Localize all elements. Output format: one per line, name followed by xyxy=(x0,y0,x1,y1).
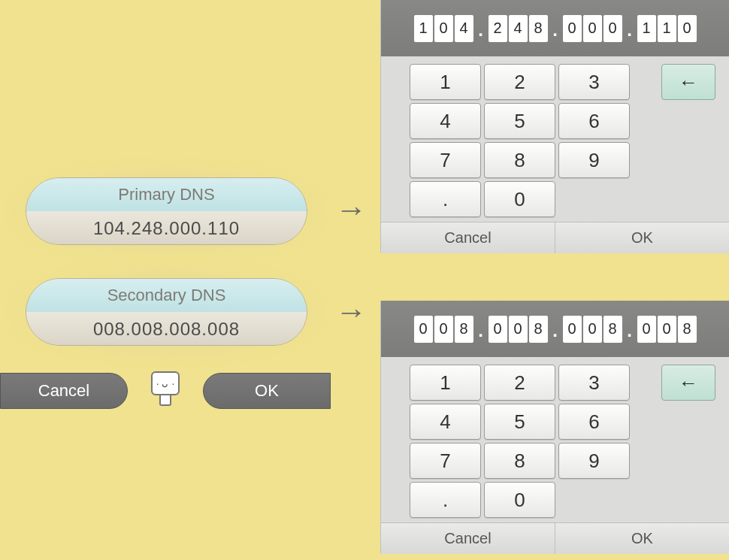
ip-digit: 8 xyxy=(529,15,548,42)
primary-dns-label: Primary DNS xyxy=(26,178,307,211)
ip-digit: 0 xyxy=(563,15,582,42)
keypad-key-1[interactable]: 1 xyxy=(410,64,481,100)
backspace-arrow-icon: ← xyxy=(679,71,698,94)
keypad-screen-primary: 1 0 4 . 2 4 8 . 0 0 0 . 1 1 0 1 2 3 4 5 … xyxy=(380,0,729,253)
keypad-key-dot[interactable]: . xyxy=(410,181,481,217)
primary-dns-value: 104.248.000.110 xyxy=(26,211,307,245)
keypad-key-7[interactable]: 7 xyxy=(410,142,481,178)
keypad-body: 1 2 3 4 5 6 7 8 9 . 0 ← xyxy=(381,56,729,222)
ip-digit: 0 xyxy=(637,316,656,343)
arrow-right-icon: → xyxy=(340,301,362,323)
ip-digit: 0 xyxy=(434,316,453,343)
keypad-key-3[interactable]: 3 xyxy=(558,365,630,401)
ip-digit: 0 xyxy=(603,15,622,42)
ok-button[interactable]: OK xyxy=(203,373,331,409)
ip-digit: 2 xyxy=(489,15,507,42)
ip-dot: . xyxy=(475,316,487,343)
primary-dns-field[interactable]: Primary DNS 104.248.000.110 xyxy=(26,177,307,245)
cancel-button[interactable]: Cancel xyxy=(0,373,128,409)
secondary-dns-value: 008.008.008.008 xyxy=(26,312,307,346)
keypad-key-9[interactable]: 9 xyxy=(558,142,630,178)
keypad-grid: 1 2 3 4 5 6 7 8 9 . 0 xyxy=(410,64,630,217)
ip-dot: . xyxy=(624,15,636,42)
keypad-key-4[interactable]: 4 xyxy=(410,404,481,440)
keypad-key-2[interactable]: 2 xyxy=(484,64,555,100)
keypad-cancel-button[interactable]: Cancel xyxy=(381,222,555,253)
keypad-key-7[interactable]: 7 xyxy=(410,443,481,479)
ip-digit: 0 xyxy=(434,15,453,42)
avatar-body xyxy=(159,395,171,406)
backspace-button[interactable]: ← xyxy=(661,64,715,100)
ip-digit: 1 xyxy=(637,15,656,42)
ip-digit: 0 xyxy=(678,15,697,42)
ip-display: 0 0 8 . 0 0 8 . 0 0 8 . 0 0 8 xyxy=(381,301,729,357)
left-bottom-bar: Cancel · ᴗ · OK xyxy=(0,373,331,413)
keypad-key-1[interactable]: 1 xyxy=(410,365,481,401)
secondary-dns-pill: Secondary DNS 008.008.008.008 xyxy=(26,278,307,346)
ip-digit: 1 xyxy=(414,15,433,42)
keypad-key-6[interactable]: 6 xyxy=(558,404,630,440)
ip-digit: 8 xyxy=(455,316,473,343)
ip-digit: 0 xyxy=(583,15,602,42)
secondary-dns-label: Secondary DNS xyxy=(26,279,307,312)
arrow-right-icon: → xyxy=(340,198,362,221)
keypad-key-0[interactable]: 0 xyxy=(484,482,555,518)
system-avatar-icon: · ᴗ · xyxy=(149,371,182,413)
keypad-key-8[interactable]: 8 xyxy=(484,142,555,178)
ip-digit: 0 xyxy=(509,316,528,343)
keypad-key-4[interactable]: 4 xyxy=(410,103,481,139)
keypad-ok-button[interactable]: OK xyxy=(555,523,729,554)
keypad-key-0[interactable]: 0 xyxy=(484,181,555,217)
keypad-key-dot[interactable]: . xyxy=(410,482,481,518)
ip-digit: 4 xyxy=(509,15,528,42)
keypad-body: 1 2 3 4 5 6 7 8 9 . 0 ← xyxy=(381,357,729,522)
ip-display: 1 0 4 . 2 4 8 . 0 0 0 . 1 1 0 xyxy=(381,0,729,56)
ip-dot: . xyxy=(475,15,487,42)
backspace-button[interactable]: ← xyxy=(661,365,715,401)
ip-digit: 0 xyxy=(658,316,676,343)
keypad-ok-button[interactable]: OK xyxy=(555,222,729,253)
ip-dot: . xyxy=(624,316,636,343)
ip-digit: 8 xyxy=(603,316,622,343)
ip-digit: 4 xyxy=(455,15,473,42)
primary-dns-pill: Primary DNS 104.248.000.110 xyxy=(26,177,307,245)
keypad-key-5[interactable]: 5 xyxy=(484,404,555,440)
ip-digit: 0 xyxy=(414,316,433,343)
keypad-grid: 1 2 3 4 5 6 7 8 9 . 0 xyxy=(410,365,630,518)
keypad-key-6[interactable]: 6 xyxy=(558,103,630,139)
ip-digit: 8 xyxy=(678,316,697,343)
ip-digit: 0 xyxy=(583,316,602,343)
avatar-face: · ᴗ · xyxy=(151,371,180,395)
secondary-dns-field[interactable]: Secondary DNS 008.008.008.008 xyxy=(26,278,307,346)
ip-digit: 0 xyxy=(489,316,507,343)
keypad-bottom-bar: Cancel OK xyxy=(381,522,729,554)
keypad-key-8[interactable]: 8 xyxy=(484,443,555,479)
backspace-arrow-icon: ← xyxy=(679,371,698,395)
ip-digit: 1 xyxy=(658,15,676,42)
keypad-cancel-button[interactable]: Cancel xyxy=(381,523,555,554)
dns-settings-panel: Primary DNS 104.248.000.110 Secondary DN… xyxy=(0,0,331,560)
keypad-key-3[interactable]: 3 xyxy=(558,64,630,100)
keypad-key-2[interactable]: 2 xyxy=(484,365,555,401)
keypad-key-9[interactable]: 9 xyxy=(558,443,630,479)
ip-dot: . xyxy=(549,15,561,42)
keypad-bottom-bar: Cancel OK xyxy=(381,222,729,253)
keypad-screen-secondary: 0 0 8 . 0 0 8 . 0 0 8 . 0 0 8 1 2 3 4 5 … xyxy=(380,301,729,553)
ip-dot: . xyxy=(549,316,561,343)
ip-digit: 8 xyxy=(529,316,548,343)
keypad-key-5[interactable]: 5 xyxy=(484,103,555,139)
ip-digit: 0 xyxy=(563,316,582,343)
